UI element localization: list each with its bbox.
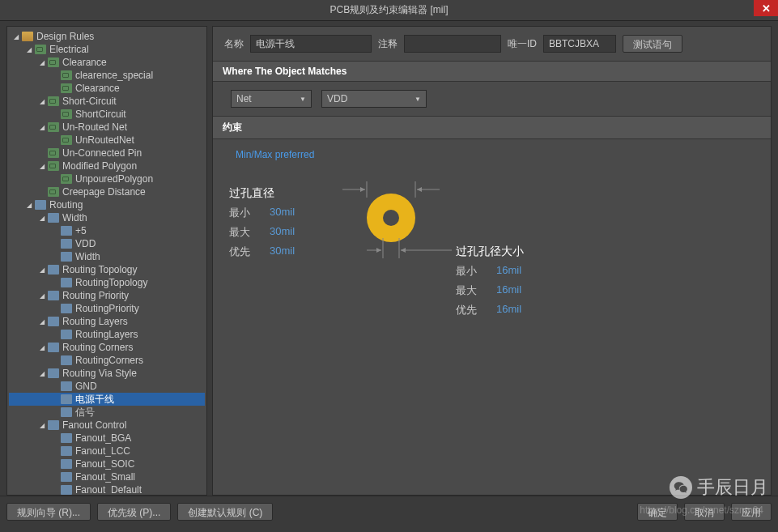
routing-icon: [61, 407, 72, 417]
tree-item[interactable]: Un-Connected Pin: [9, 147, 205, 160]
expand-icon[interactable]: ◢: [38, 162, 46, 170]
rule-editor-panel: 名称 注释 唯一ID 测试语句 Where The Object Matches…: [212, 26, 772, 496]
via-hole-values: 过孔孔径大小 最小16mil 最大16mil 优先16mil: [456, 245, 524, 322]
window-title: PCB规则及约束编辑器 [mil]: [329, 3, 448, 17]
routing-icon: [61, 433, 72, 443]
tree-priority-group[interactable]: ◢Routing Priority: [9, 289, 205, 302]
minmax-preferred-link[interactable]: Min/Max preferred: [236, 149, 314, 160]
tree-item-power-trunk[interactable]: 电源干线: [9, 393, 205, 406]
routing-icon: [61, 446, 72, 456]
expand-icon[interactable]: ◢: [38, 214, 46, 222]
rule-name-input[interactable]: [250, 35, 372, 53]
expand-icon[interactable]: ◢: [25, 201, 33, 209]
bottom-bar: 规则向导 (R)... 优先级 (P)... 创建默认规则 (C) 确定 取消 …: [0, 496, 778, 527]
expand-icon[interactable]: ◢: [38, 266, 46, 274]
routing-icon: [61, 459, 72, 469]
name-label: 名称: [224, 37, 244, 51]
via-min-value[interactable]: 30mil: [270, 206, 295, 220]
tree-item[interactable]: clearence_special: [9, 69, 205, 82]
tree-item[interactable]: Fanout_BGA: [9, 432, 205, 445]
constraint-area: Min/Max preferred 过孔直径 最小30mil 最大30mil 优…: [213, 139, 771, 342]
svg-marker-5: [417, 187, 422, 192]
via-max-label: 最大: [229, 225, 253, 240]
rules-tree[interactable]: ◢Design Rules ◢Electrical ◢Clearance cle…: [6, 26, 207, 496]
svg-marker-3: [360, 187, 365, 192]
tree-fanout-group[interactable]: ◢Fanout Control: [9, 419, 205, 432]
svg-marker-9: [376, 248, 381, 253]
expand-icon[interactable]: ◢: [12, 32, 20, 40]
tree-item[interactable]: ShortCircuit: [9, 108, 205, 121]
test-query-button[interactable]: 测试语句: [623, 35, 682, 53]
expand-icon[interactable]: ◢: [38, 58, 46, 66]
tree-width-group[interactable]: ◢Width: [9, 211, 205, 224]
tree-item[interactable]: +5: [9, 224, 205, 237]
tree-item[interactable]: RoutingLayers: [9, 328, 205, 341]
rule-comment-input[interactable]: [404, 35, 501, 53]
expand-icon[interactable]: ◢: [38, 292, 46, 300]
tree-layers-group[interactable]: ◢Routing Layers: [9, 315, 205, 328]
tree-item[interactable]: UnpouredPolygon: [9, 172, 205, 185]
hole-max-value[interactable]: 16mil: [496, 283, 521, 298]
tree-clearance-group[interactable]: ◢Clearance: [9, 56, 205, 69]
tree-item[interactable]: Creepage Distance: [9, 185, 205, 198]
tree-topology-group[interactable]: ◢Routing Topology: [9, 263, 205, 276]
hole-min-value[interactable]: 16mil: [496, 264, 521, 279]
routing-icon: [61, 304, 72, 313]
tree-item[interactable]: Fanout_SOIC: [9, 458, 205, 470]
expand-icon[interactable]: ◢: [38, 97, 46, 105]
ok-button[interactable]: 确定: [637, 503, 678, 521]
constraint-header: 约束: [213, 116, 771, 139]
tree-item[interactable]: Fanout_Small: [9, 470, 205, 483]
rule-icon: [61, 135, 72, 145]
tree-item[interactable]: VDD: [9, 237, 205, 250]
folder-icon: [22, 32, 33, 41]
tree-root[interactable]: ◢Design Rules: [9, 30, 205, 43]
tree-item-signal[interactable]: 信号: [9, 406, 205, 419]
tree-shortcircuit-group[interactable]: ◢Short-Circuit: [9, 95, 205, 108]
create-default-button[interactable]: 创建默认规则 (C): [177, 503, 273, 521]
tree-modpoly-group[interactable]: ◢Modified Polygon: [9, 160, 205, 172]
tree-electrical[interactable]: ◢Electrical: [9, 43, 205, 56]
tree-item[interactable]: RoutingTopology: [9, 276, 205, 289]
via-pref-value[interactable]: 30mil: [270, 245, 295, 259]
tree-viastyle-group[interactable]: ◢Routing Via Style: [9, 367, 205, 380]
via-max-value[interactable]: 30mil: [270, 225, 295, 240]
expand-icon[interactable]: ◢: [38, 421, 46, 429]
expand-icon[interactable]: ◢: [38, 369, 46, 377]
tree-item[interactable]: RoutingPriority: [9, 302, 205, 315]
tree-routing[interactable]: ◢Routing: [9, 198, 205, 211]
close-button[interactable]: ✕: [754, 0, 778, 16]
expand-icon[interactable]: ◢: [38, 123, 46, 131]
routing-icon: [61, 381, 72, 391]
via-diameter-title: 过孔直径: [229, 186, 295, 201]
tree-corners-group[interactable]: ◢Routing Corners: [9, 341, 205, 354]
hole-pref-value[interactable]: 16mil: [496, 303, 521, 317]
rule-icon: [48, 187, 59, 197]
rule-icon: [48, 161, 59, 171]
expand-icon[interactable]: ◢: [25, 45, 33, 53]
tree-item-gnd[interactable]: GND: [9, 380, 205, 393]
expand-icon[interactable]: ◢: [38, 343, 46, 351]
routing-icon: [61, 239, 72, 249]
hole-min-label: 最小: [456, 264, 480, 279]
rule-icon: [61, 83, 72, 93]
net-dropdown[interactable]: VDD▼: [321, 90, 427, 108]
tree-item[interactable]: UnRoutedNet: [9, 134, 205, 147]
apply-button[interactable]: 应用: [731, 503, 772, 521]
svg-point-1: [383, 210, 399, 226]
rule-icon: [61, 70, 72, 80]
routing-icon: [48, 265, 59, 275]
cancel-button[interactable]: 取消: [684, 503, 725, 521]
tree-item[interactable]: Fanout_LCC: [9, 445, 205, 458]
tree-unrouted-group[interactable]: ◢Un-Routed Net: [9, 121, 205, 134]
rule-uid-input[interactable]: [543, 35, 616, 53]
tree-item[interactable]: Fanout_Default: [9, 483, 205, 496]
tree-item[interactable]: RoutingCorners: [9, 354, 205, 367]
rule-wizard-button[interactable]: 规则向导 (R)...: [6, 503, 91, 521]
expand-icon[interactable]: ◢: [38, 317, 46, 326]
tree-item[interactable]: Clearance: [9, 82, 205, 95]
routing-icon: [48, 420, 59, 430]
tree-item[interactable]: Width: [9, 250, 205, 263]
scope-dropdown[interactable]: Net▼: [231, 90, 312, 108]
priority-button[interactable]: 优先级 (P)...: [97, 503, 171, 521]
